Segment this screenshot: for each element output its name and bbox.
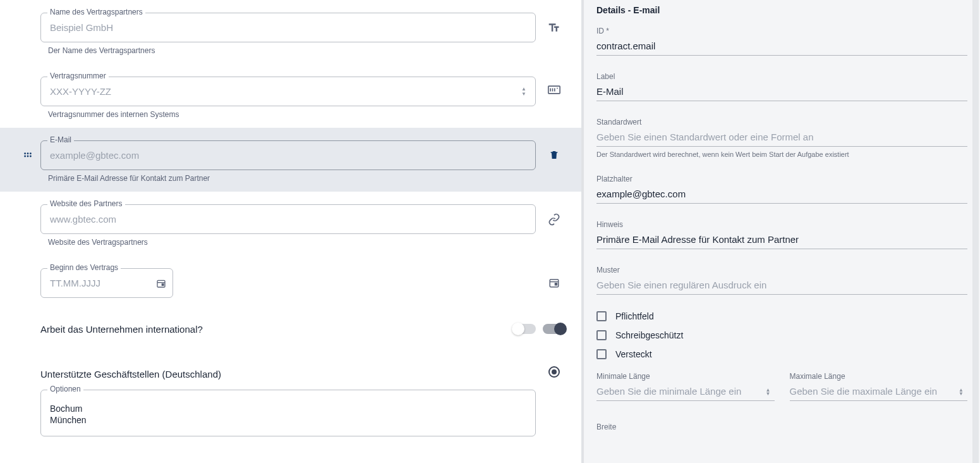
text-size-icon — [540, 3, 569, 34]
partner-name-fieldset: Name des Vertragspartners — [40, 13, 536, 42]
minlen-spinner[interactable]: ▲▼ — [766, 388, 775, 396]
svg-point-9 — [27, 156, 29, 157]
svg-rect-16 — [555, 283, 557, 285]
international-question-label: Arbeit das Unternehmen international? — [40, 324, 203, 335]
offices-options-label: Optionen — [47, 385, 83, 393]
check-readonly-label: Schreibgeschützt — [615, 330, 683, 340]
website-input[interactable] — [41, 205, 535, 233]
calendar-inner-icon[interactable] — [156, 278, 166, 288]
detail-default-input[interactable] — [596, 129, 967, 147]
check-required-box[interactable] — [596, 311, 607, 321]
email-fieldset: E-Mail — [40, 140, 536, 170]
radio-type-icon — [540, 364, 569, 378]
start-date-input[interactable] — [41, 269, 172, 297]
detail-label-label: Label — [596, 72, 967, 81]
contract-number-input[interactable] — [41, 77, 535, 106]
offices-options-fieldset: Optionen Bochum München — [40, 390, 536, 436]
detail-width-field: Breite — [596, 423, 967, 431]
trash-icon[interactable] — [540, 130, 569, 161]
start-date-label: Beginn des Vertrags — [47, 263, 121, 272]
offices-heading: Unterstützte Geschäftstellen (Deutschlan… — [40, 369, 536, 380]
detail-maxlen-field: Maximale Länge ▲▼ — [790, 372, 968, 401]
start-date-fieldset: Beginn des Vertrags — [40, 268, 173, 298]
detail-maxlen-label: Maximale Länge — [790, 372, 968, 381]
check-readonly-row[interactable]: Schreibgeschützt — [596, 330, 967, 340]
contract-number-fieldset: Vertragsnummer ▲▼ — [40, 77, 536, 106]
detail-placeholder-input[interactable] — [596, 186, 967, 204]
link-icon — [540, 194, 569, 226]
check-hidden-label: Versteckt — [615, 349, 652, 359]
calendar-icon — [540, 258, 569, 288]
detail-width-label: Breite — [596, 423, 967, 431]
field-row-email[interactable]: E-Mail Primäre E-Mail Adresse für Kontak… — [0, 128, 581, 192]
scrollbar[interactable] — [972, 0, 979, 463]
contract-number-helper: Vertragsnummer des internen Systems — [48, 110, 536, 119]
details-panel-title: Details - E-mail — [596, 0, 967, 27]
svg-point-6 — [27, 152, 29, 154]
detail-default-helper: Der Standardwert wird berechnet, wenn ke… — [596, 151, 967, 158]
website-helper: Website des Vertragspartners — [48, 238, 536, 247]
detail-pattern-field: Muster — [596, 266, 967, 295]
check-hidden-box[interactable] — [596, 349, 607, 359]
office-option-bochum: Bochum — [41, 403, 535, 414]
partner-name-input[interactable] — [41, 13, 535, 42]
partner-name-label: Name des Vertragspartners — [47, 8, 145, 16]
drag-handle-icon[interactable] — [19, 130, 37, 161]
detail-hint-input[interactable] — [596, 232, 967, 249]
svg-point-5 — [24, 152, 26, 154]
check-required-label: Pflichtfeld — [615, 311, 654, 321]
detail-minlen-label: Minimale Länge — [596, 372, 775, 381]
check-hidden-row[interactable]: Versteckt — [596, 349, 967, 359]
field-row-website[interactable]: Website des Partners Website des Vertrag… — [0, 192, 581, 256]
svg-point-7 — [30, 152, 32, 154]
toggle-type-icon — [540, 324, 569, 334]
number-panel-icon — [540, 66, 569, 94]
email-input[interactable] — [41, 141, 535, 170]
svg-rect-13 — [162, 283, 164, 285]
website-fieldset: Website des Partners — [40, 204, 536, 234]
detail-id-label: ID * — [596, 27, 967, 35]
svg-point-10 — [30, 156, 32, 157]
detail-pattern-input[interactable] — [596, 277, 967, 295]
office-option-muenchen: München — [41, 414, 535, 426]
field-row-offices[interactable]: Unterstützte Geschäftstellen (Deutschlan… — [0, 352, 581, 444]
detail-label-field: Label — [596, 72, 967, 101]
field-row-partner-name[interactable]: Name des Vertragspartners Der Name des V… — [0, 0, 581, 64]
detail-maxlen-input[interactable] — [790, 383, 968, 401]
website-label: Website des Partners — [47, 199, 125, 208]
check-readonly-box[interactable] — [596, 330, 607, 340]
detail-hint-label: Hinweis — [596, 220, 967, 229]
contract-number-label: Vertragsnummer — [47, 71, 109, 80]
detail-placeholder-field: Platzhalter — [596, 175, 967, 204]
check-required-row[interactable]: Pflichtfeld — [596, 311, 967, 321]
field-row-international[interactable]: Arbeit das Unternehmen international? — [0, 306, 581, 352]
field-row-start-date[interactable]: Beginn des Vertrags — [0, 256, 581, 306]
field-row-contract-number[interactable]: Vertragsnummer ▲▼ Vertragsnummer des int… — [0, 64, 581, 128]
international-toggle[interactable] — [513, 324, 536, 334]
detail-default-label: Standardwert — [596, 118, 967, 127]
email-label: E-Mail — [47, 135, 74, 144]
svg-point-8 — [24, 156, 26, 157]
detail-hint-field: Hinweis — [596, 220, 967, 249]
email-helper: Primäre E-Mail Adresse für Kontakt zum P… — [48, 174, 536, 183]
maxlen-spinner[interactable]: ▲▼ — [959, 388, 967, 396]
detail-id-input[interactable] — [596, 38, 967, 56]
detail-placeholder-label: Platzhalter — [596, 175, 967, 183]
detail-label-input[interactable] — [596, 83, 967, 101]
number-spinner[interactable]: ▲▼ — [521, 85, 530, 98]
detail-minlen-field: Minimale Länge ▲▼ — [596, 372, 775, 401]
detail-id-field: ID * — [596, 27, 967, 56]
detail-pattern-label: Muster — [596, 266, 967, 275]
detail-minlen-input[interactable] — [596, 383, 775, 401]
partner-name-helper: Der Name des Vertragspartners — [48, 46, 536, 55]
detail-default-field: Standardwert Der Standardwert wird berec… — [596, 118, 967, 158]
